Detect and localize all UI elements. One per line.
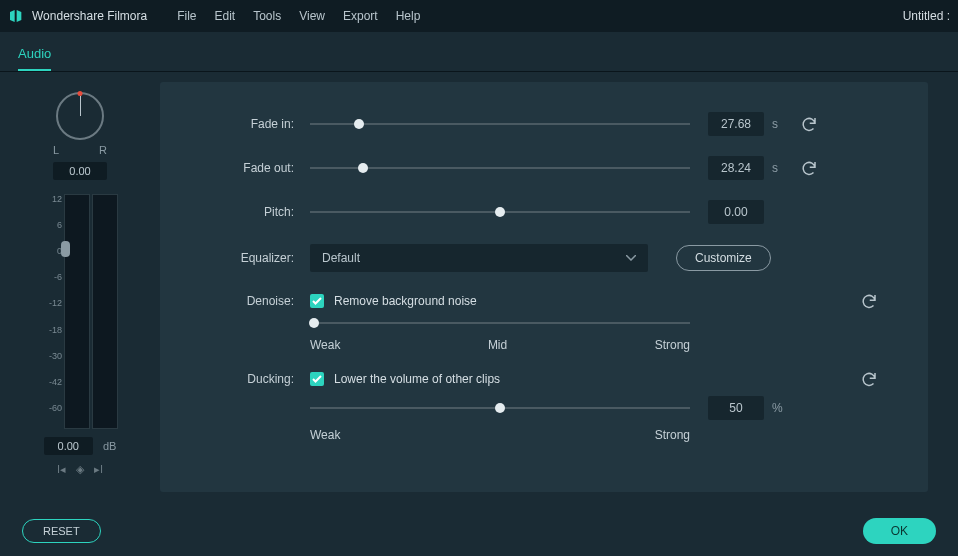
fade-out-slider[interactable] — [310, 161, 690, 175]
menu-file[interactable]: File — [177, 9, 196, 23]
vu-tick: -12 — [42, 298, 62, 308]
vu-tick: -6 — [42, 272, 62, 282]
vu-tick: 12 — [42, 194, 62, 204]
menu-view[interactable]: View — [299, 9, 325, 23]
fade-in-unit: s — [772, 117, 786, 131]
slider-thumb — [309, 318, 319, 328]
reset-icon[interactable] — [800, 159, 818, 177]
denoise-strong-label: Strong — [655, 338, 690, 352]
pan-l-label: L — [53, 144, 59, 156]
footer: RESET OK — [0, 506, 958, 556]
prev-keyframe-icon[interactable]: I◂ — [57, 463, 66, 476]
reset-icon[interactable] — [800, 115, 818, 133]
pan-lr-labels: L R — [53, 144, 107, 156]
fade-out-label: Fade out: — [210, 161, 310, 175]
vu-tick: -18 — [42, 325, 62, 335]
vu-tick: -30 — [42, 351, 62, 361]
equalizer-label: Equalizer: — [210, 251, 310, 265]
vu-value-row: 0.00 dB — [44, 437, 117, 455]
denoise-label: Denoise: — [210, 294, 310, 308]
fade-in-slider[interactable] — [310, 117, 690, 131]
ok-button[interactable]: OK — [863, 518, 936, 544]
menu-tools[interactable]: Tools — [253, 9, 281, 23]
ducking-checkbox-label: Lower the volume of other clips — [334, 372, 500, 386]
pitch-slider[interactable] — [310, 205, 690, 219]
fade-in-value[interactable]: 27.68 — [708, 112, 764, 136]
denoise-mid-label: Mid — [488, 338, 507, 352]
title-bar: Wondershare Filmora File Edit Tools View… — [0, 0, 958, 32]
pitch-value[interactable]: 0.00 — [708, 200, 764, 224]
vu-tick: -42 — [42, 377, 62, 387]
pan-r-label: R — [99, 144, 107, 156]
ducking-slider-row: 50 % — [210, 396, 878, 420]
pitch-label: Pitch: — [210, 205, 310, 219]
denoise-checkbox[interactable] — [310, 294, 324, 308]
denoise-slider[interactable] — [310, 316, 690, 330]
fade-in-row: Fade in: 27.68 s — [210, 112, 878, 136]
fade-out-row: Fade out: 28.24 s — [210, 156, 878, 180]
pan-control: L R 0.00 — [53, 92, 107, 180]
ducking-row: Ducking: Lower the volume of other clips — [210, 370, 878, 388]
vu-scale: 12 6 0 -6 -12 -18 -30 -42 -60 — [42, 194, 62, 429]
ducking-value[interactable]: 50 — [708, 396, 764, 420]
keyframe-controls: I◂ ◈ ▸I — [57, 463, 103, 476]
ducking-strong-label: Strong — [655, 428, 690, 442]
reset-icon[interactable] — [860, 370, 878, 388]
ducking-checkbox[interactable] — [310, 372, 324, 386]
tab-audio[interactable]: Audio — [18, 38, 51, 71]
denoise-range-row: Weak Mid Strong — [210, 332, 878, 352]
denoise-row: Denoise: Remove background noise — [210, 292, 878, 310]
pan-value[interactable]: 0.00 — [53, 162, 106, 180]
vu-tick: 6 — [42, 220, 62, 230]
volume-slider-thumb[interactable] — [61, 241, 70, 257]
ducking-label: Ducking: — [210, 372, 310, 386]
add-keyframe-icon[interactable]: ◈ — [76, 463, 84, 476]
denoise-slider-row — [210, 316, 878, 330]
left-panel: L R 0.00 12 6 0 -6 -12 -18 -30 -42 -60 0… — [0, 82, 160, 492]
project-title: Untitled : — [903, 9, 950, 23]
ducking-slider[interactable] — [310, 401, 690, 415]
check-icon — [312, 375, 322, 383]
ducking-range-row: Weak Strong — [210, 422, 878, 442]
pitch-row: Pitch: 0.00 — [210, 200, 878, 224]
main-area: L R 0.00 12 6 0 -6 -12 -18 -30 -42 -60 0… — [0, 72, 958, 502]
equalizer-select[interactable]: Default — [310, 244, 648, 272]
volume-unit: dB — [103, 440, 116, 452]
pan-dial[interactable] — [56, 92, 104, 140]
chevron-down-icon — [626, 255, 636, 261]
pan-needle — [80, 96, 81, 116]
volume-meter: 12 6 0 -6 -12 -18 -30 -42 -60 — [42, 194, 118, 429]
fade-out-value[interactable]: 28.24 — [708, 156, 764, 180]
customize-button[interactable]: Customize — [676, 245, 771, 271]
volume-value[interactable]: 0.00 — [44, 437, 93, 455]
equalizer-selected: Default — [322, 251, 360, 265]
ducking-weak-label: Weak — [310, 428, 340, 442]
slider-thumb — [354, 119, 364, 129]
vu-tick: -60 — [42, 403, 62, 413]
menu-export[interactable]: Export — [343, 9, 378, 23]
reset-icon[interactable] — [860, 292, 878, 310]
app-name: Wondershare Filmora — [32, 9, 147, 23]
fade-in-label: Fade in: — [210, 117, 310, 131]
ducking-unit: % — [772, 401, 786, 415]
vu-bar-right[interactable] — [92, 194, 118, 429]
fade-out-unit: s — [772, 161, 786, 175]
check-icon — [312, 297, 322, 305]
main-menu: File Edit Tools View Export Help — [177, 9, 420, 23]
equalizer-row: Equalizer: Default Customize — [210, 244, 878, 272]
app-logo-icon — [8, 8, 24, 24]
denoise-checkbox-label: Remove background noise — [334, 294, 477, 308]
audio-settings-panel: Fade in: 27.68 s Fade out: 28.24 s Pitch… — [160, 82, 928, 492]
next-keyframe-icon[interactable]: ▸I — [94, 463, 103, 476]
tab-bar: Audio — [0, 32, 958, 72]
slider-thumb — [358, 163, 368, 173]
vu-bar-left[interactable] — [64, 194, 90, 429]
menu-edit[interactable]: Edit — [215, 9, 236, 23]
menu-help[interactable]: Help — [396, 9, 421, 23]
slider-thumb — [495, 207, 505, 217]
slider-thumb — [495, 403, 505, 413]
reset-button[interactable]: RESET — [22, 519, 101, 543]
vu-tick: 0 — [42, 246, 62, 256]
denoise-weak-label: Weak — [310, 338, 340, 352]
